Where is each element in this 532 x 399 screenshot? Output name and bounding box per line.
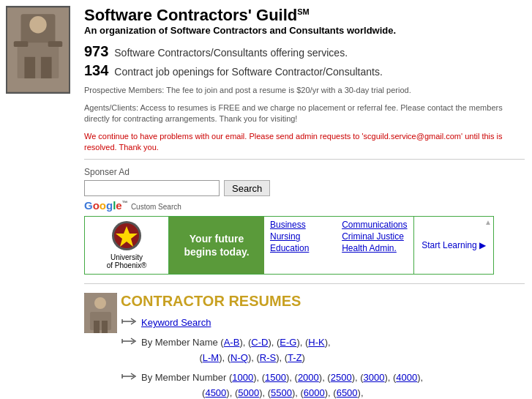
ad-logo-text: Universityof Phoenix® xyxy=(107,253,147,269)
ad-corner-mark: ▲ xyxy=(484,218,492,226)
ad-link-communications[interactable]: Communications xyxy=(342,220,408,230)
resumes-section: CONTRACTOR RESUMES Keyword Search xyxy=(84,290,525,399)
num-4500[interactable]: 4500 xyxy=(205,387,226,398)
resumes-icon-image xyxy=(84,293,117,333)
svg-rect-3 xyxy=(18,42,59,78)
name-link-lm[interactable]: L-M xyxy=(203,352,219,363)
svg-rect-14 xyxy=(94,321,100,333)
ad-link-education[interactable]: Education xyxy=(270,243,336,253)
num-3000[interactable]: 3000 xyxy=(364,372,385,383)
jobs-stat: 134 Contract job openings for Software C… xyxy=(84,62,525,79)
by-name-label: By Member Name xyxy=(141,337,218,348)
num-5500[interactable]: 5500 xyxy=(271,387,292,398)
num-4000[interactable]: 4000 xyxy=(396,372,417,383)
name-link-cd[interactable]: C-D xyxy=(251,337,268,348)
num-2000[interactable]: 2000 xyxy=(298,372,319,383)
svg-rect-7 xyxy=(48,41,63,47)
ad-logo-area: Universityof Phoenix® xyxy=(85,217,169,274)
name-link-hk[interactable]: H-K xyxy=(308,337,324,348)
resumes-icon-area xyxy=(84,293,121,333)
num-6500[interactable]: 6500 xyxy=(337,387,358,398)
nav-arrow-keyword xyxy=(121,316,141,327)
nav-by-name: By Member Name (A-B), (C-D), (E-G), (H-K… xyxy=(121,335,525,366)
ad-links-row-1: Business Communications xyxy=(270,220,408,230)
by-number-text: By Member Number (1000), (1500), (2000),… xyxy=(141,370,423,399)
num-1500[interactable]: 1500 xyxy=(265,372,286,383)
name-link-eg[interactable]: E-G xyxy=(280,337,296,348)
nav-arrow-name xyxy=(121,335,141,346)
google-logo: Google™ xyxy=(84,199,131,212)
keyword-search-link: Keyword Search xyxy=(141,316,211,331)
svg-point-2 xyxy=(29,16,46,33)
name-link-tz[interactable]: T-Z xyxy=(288,352,302,363)
ad-links-row-2: Nursing Criminal Justice xyxy=(270,231,408,242)
resumes-title: CONTRACTOR RESUMES xyxy=(121,293,525,310)
ad-banner: Universityof Phoenix® Your future begins… xyxy=(84,216,494,275)
resumes-content: CONTRACTOR RESUMES Keyword Search xyxy=(121,293,525,399)
svg-rect-15 xyxy=(102,321,108,333)
site-title: Software Contractors' GuildSM xyxy=(84,6,525,25)
decorative-image xyxy=(6,6,70,94)
contractors-stat: 973 Software Contractors/Consultants off… xyxy=(84,43,525,60)
keyword-search-anchor[interactable]: Keyword Search xyxy=(141,317,211,328)
name-link-nq[interactable]: N-Q xyxy=(231,352,248,363)
name-link-rs[interactable]: R-S xyxy=(260,352,276,363)
google-custom-search-label: Google™ Custom Search xyxy=(84,199,525,212)
search-input[interactable] xyxy=(84,180,220,196)
svg-rect-4 xyxy=(24,57,35,78)
ad-link-criminal-justice[interactable]: Criminal Justice xyxy=(342,231,408,242)
sponsor-label: Sponser Ad xyxy=(84,167,525,177)
alert-text: We continue to have problems with our em… xyxy=(84,131,525,154)
prospective-info: Prospective Members: The fee to join and… xyxy=(84,85,525,96)
ad-link-nursing[interactable]: Nursing xyxy=(270,231,336,242)
divider-1 xyxy=(84,159,525,160)
nav-arrow-number xyxy=(121,370,141,381)
nav-keyword-search: Keyword Search xyxy=(121,316,525,331)
num-1000[interactable]: 1000 xyxy=(232,372,253,383)
nav-by-number: By Member Number (1000), (1500), (2000),… xyxy=(121,370,525,399)
svg-rect-13 xyxy=(90,312,111,330)
university-of-phoenix-logo xyxy=(112,221,141,250)
by-name-text: By Member Name (A-B), (C-D), (E-G), (H-K… xyxy=(141,335,331,366)
search-bar: Search xyxy=(84,180,525,196)
svg-rect-6 xyxy=(14,41,29,47)
num-6000[interactable]: 6000 xyxy=(304,387,325,398)
num-2500[interactable]: 2500 xyxy=(331,372,352,383)
ad-links-area: Business Communications Nursing Criminal… xyxy=(264,217,413,274)
search-button[interactable]: Search xyxy=(224,180,270,196)
ad-links-row-3: Education Health Admin. xyxy=(270,243,408,253)
svg-point-12 xyxy=(94,297,106,309)
ad-tagline: Your future begins today. xyxy=(169,217,264,274)
name-link-ab[interactable]: A-B xyxy=(224,337,240,348)
num-5000[interactable]: 5000 xyxy=(238,387,259,398)
by-number-label: By Member Number xyxy=(141,372,226,383)
svg-rect-5 xyxy=(41,57,52,78)
ad-cta[interactable]: Start Learning ▶ xyxy=(413,217,493,274)
site-subtitle: An organization of Software Contractors … xyxy=(84,25,525,36)
ad-link-health-admin[interactable]: Health Admin. xyxy=(342,243,408,253)
agents-info: Agents/Clients: Access to resumes is FRE… xyxy=(84,102,525,125)
ad-link-business[interactable]: Business xyxy=(270,220,336,230)
divider-2 xyxy=(84,283,525,284)
